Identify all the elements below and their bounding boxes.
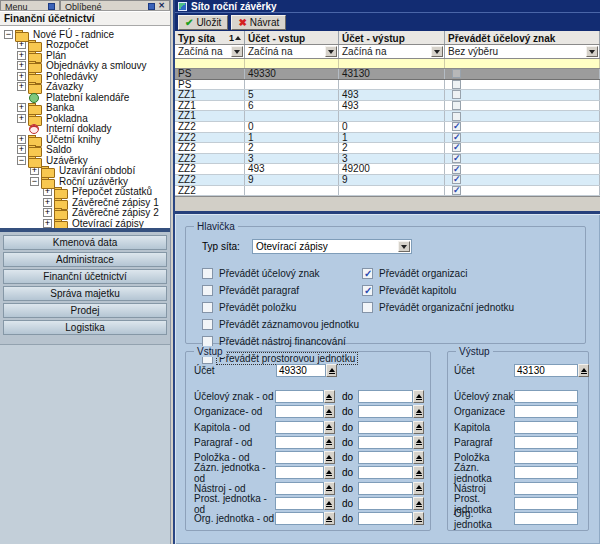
close-icon[interactable]: ✕ xyxy=(158,2,165,10)
dropdown-arrow-icon[interactable] xyxy=(398,241,410,252)
tree-toggle-icon[interactable] xyxy=(30,177,39,186)
row-checkbox[interactable] xyxy=(452,175,461,184)
module-button[interactable]: Finanční účetnictví xyxy=(3,269,167,284)
tree-item[interactable]: Uzavírání období xyxy=(0,166,170,177)
table-row[interactable]: ZZ1 6 493 xyxy=(175,101,600,112)
tree-item[interactable]: Závěrečné zápisy 1 xyxy=(0,197,170,208)
lookup-button[interactable] xyxy=(324,421,335,434)
checkbox[interactable] xyxy=(362,302,373,313)
module-button[interactable]: Správa majetku xyxy=(3,286,167,301)
dropdown-arrow-icon[interactable] xyxy=(231,46,243,57)
tree-toggle-icon[interactable] xyxy=(17,103,26,112)
checkbox[interactable] xyxy=(202,319,213,330)
tree-item[interactable]: Otevírací zápisy xyxy=(0,218,170,228)
checkbox[interactable] xyxy=(362,268,373,279)
checkbox[interactable] xyxy=(202,268,213,279)
grid-search-row[interactable] xyxy=(175,59,600,69)
od-field[interactable] xyxy=(275,482,324,495)
filter-typ-sita[interactable]: Začíná na xyxy=(175,45,245,58)
do-field[interactable] xyxy=(358,512,413,525)
lookup-button[interactable] xyxy=(324,390,335,403)
row-checkbox[interactable] xyxy=(452,154,461,163)
tree-toggle-icon[interactable] xyxy=(17,61,26,70)
table-row[interactable]: ZZ1 5 493 xyxy=(175,90,600,101)
checkbox-row[interactable]: Převádět paragraf xyxy=(202,284,361,296)
dropdown-arrow-icon[interactable] xyxy=(586,46,598,57)
lookup-button[interactable] xyxy=(324,466,335,479)
do-field[interactable] xyxy=(358,451,413,464)
tree-toggle-icon[interactable] xyxy=(4,30,13,39)
value-field[interactable] xyxy=(514,512,578,525)
tree-item[interactable]: Plán xyxy=(0,50,170,61)
module-button[interactable]: Prodej xyxy=(3,303,167,318)
od-field[interactable] xyxy=(275,466,324,479)
tree-item[interactable]: Saldo xyxy=(0,145,170,156)
value-field[interactable] xyxy=(514,451,578,464)
table-row[interactable]: ZZ2 9 9 xyxy=(175,175,600,186)
checkbox-row[interactable]: Převádět záznamovou jednotku xyxy=(202,318,361,330)
table-row[interactable]: PS xyxy=(175,80,600,91)
table-row[interactable]: ZZ2 xyxy=(175,186,600,196)
tree-toggle-icon[interactable] xyxy=(17,72,26,81)
do-field[interactable] xyxy=(358,482,413,495)
pin-icon[interactable] xyxy=(148,3,155,10)
lookup-button[interactable] xyxy=(413,497,424,510)
filter-ucet-vystup[interactable]: Začíná na xyxy=(339,45,445,58)
lookup-button[interactable] xyxy=(413,451,424,464)
lookup-button[interactable] xyxy=(324,451,335,464)
value-field[interactable] xyxy=(514,421,578,434)
tree-item[interactable]: Závazky xyxy=(0,82,170,93)
tree-item[interactable]: Přepočet zůstatků xyxy=(0,187,170,198)
checkbox[interactable] xyxy=(202,285,213,296)
value-field[interactable] xyxy=(514,466,578,479)
row-checkbox[interactable] xyxy=(452,186,461,195)
ucet-vstup-field[interactable]: 49330 xyxy=(276,364,326,377)
od-field[interactable] xyxy=(275,405,324,418)
lookup-button[interactable] xyxy=(324,497,335,510)
table-row[interactable]: ZZ2 2 2 xyxy=(175,143,600,154)
checkbox-row[interactable]: Převádět organizaci xyxy=(362,267,516,279)
lookup-button[interactable] xyxy=(413,421,424,434)
tree-toggle-icon[interactable] xyxy=(17,135,26,144)
checkbox-row[interactable]: Převádět účelový znak xyxy=(202,267,361,279)
row-checkbox[interactable] xyxy=(452,69,461,78)
lookup-button[interactable] xyxy=(413,482,424,495)
filter-ucet-vstup[interactable]: Začíná na xyxy=(245,45,339,58)
lookup-button[interactable] xyxy=(324,482,335,495)
column-header-typ-sita[interactable]: Typ síta 1 xyxy=(175,31,245,44)
checkbox[interactable] xyxy=(202,302,213,313)
tree-item[interactable]: Účetní knihy xyxy=(0,134,170,145)
checkbox-row[interactable]: Převádět kapitolu xyxy=(362,284,516,296)
table-row[interactable]: ZZ1 xyxy=(175,111,600,122)
value-field[interactable] xyxy=(514,497,578,510)
column-header-ucet-vstup[interactable]: Účet - vstup xyxy=(245,31,339,44)
od-field[interactable] xyxy=(275,512,324,525)
value-field[interactable] xyxy=(514,436,578,449)
dropdown-arrow-icon[interactable] xyxy=(431,46,443,57)
value-field[interactable] xyxy=(514,482,578,495)
tree-item[interactable]: Pohledávky xyxy=(0,71,170,82)
filter-prevadet-ucelovy-znak[interactable]: Bez výběru xyxy=(445,45,600,58)
checkbox[interactable] xyxy=(362,285,373,296)
table-row[interactable]: ZZ2 0 0 xyxy=(175,122,600,133)
dropdown-arrow-icon[interactable] xyxy=(325,46,337,57)
tree-item[interactable]: Uzávěrky xyxy=(0,155,170,166)
typ-sita-select[interactable]: Otevírací zápisy xyxy=(252,239,412,254)
lookup-button[interactable] xyxy=(413,466,424,479)
table-row[interactable]: ZZ2 3 3 xyxy=(175,154,600,165)
favorites-tab[interactable]: Oblíbené ✕ xyxy=(60,0,170,11)
lookup-button[interactable] xyxy=(578,364,589,377)
module-button[interactable]: Logistika xyxy=(3,320,167,335)
tree-item[interactable]: Banka xyxy=(0,103,170,114)
tree-toggle-icon[interactable] xyxy=(17,51,26,60)
checkbox-row[interactable]: Převádět nástroj financování xyxy=(202,335,361,347)
value-field[interactable] xyxy=(514,390,578,403)
column-header-ucet-vystup[interactable]: Účet - výstup xyxy=(339,31,445,44)
column-header-prevadet-ucelovy-znak[interactable]: Převádět účelový znak xyxy=(445,31,600,44)
lookup-button[interactable] xyxy=(326,364,337,377)
do-field[interactable] xyxy=(358,466,413,479)
lookup-button[interactable] xyxy=(413,512,424,525)
row-checkbox[interactable] xyxy=(452,90,461,99)
tree-item[interactable]: Platební kalendáře xyxy=(0,92,170,103)
lookup-button[interactable] xyxy=(413,436,424,449)
